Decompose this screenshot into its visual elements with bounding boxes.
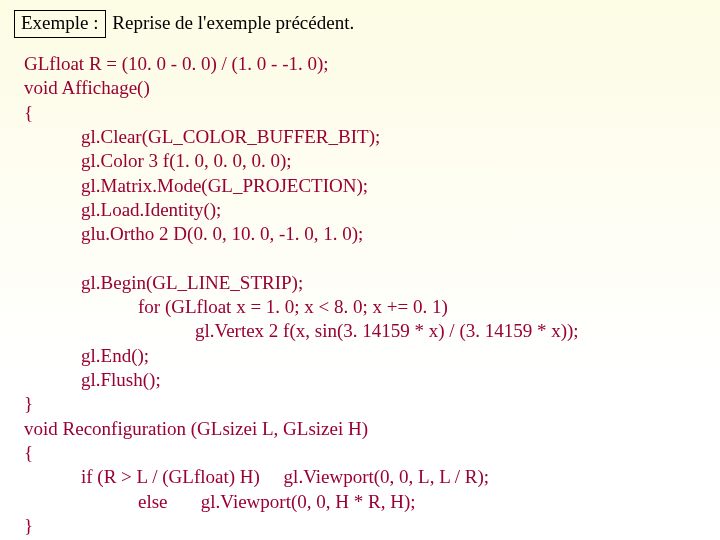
code-line: {: [24, 442, 33, 463]
code-line: void Reconfiguration (GLsizei L, GLsizei…: [24, 418, 368, 439]
code-line: for (GLfloat x = 1. 0; x < 8. 0; x += 0.…: [24, 296, 448, 317]
code-line: {: [24, 102, 33, 123]
code-line: gl.Flush();: [24, 369, 161, 390]
example-title: Reprise de l'exemple précédent.: [112, 12, 354, 33]
code-line: void Affichage(): [24, 77, 150, 98]
code-line: glu.Ortho 2 D(0. 0, 10. 0, -1. 0, 1. 0);: [24, 223, 363, 244]
code-line: if (R > L / (GLfloat) H) gl.Viewport(0, …: [24, 466, 489, 487]
code-line: gl.Vertex 2 f(x, sin(3. 14159 * x) / (3.…: [24, 320, 579, 341]
example-label-box: Exemple :: [14, 10, 106, 38]
header-row: Exemple : Reprise de l'exemple précédent…: [14, 10, 706, 38]
code-line: gl.Color 3 f(1. 0, 0. 0, 0. 0);: [24, 150, 292, 171]
code-line: gl.Matrix.Mode(GL_PROJECTION);: [24, 175, 368, 196]
code-line: else gl.Viewport(0, 0, H * R, H);: [24, 491, 416, 512]
code-block: GLfloat R = (10. 0 - 0. 0) / (1. 0 - -1.…: [14, 52, 706, 538]
code-line: gl.Begin(GL_LINE_STRIP);: [24, 272, 303, 293]
code-line: gl.Clear(GL_COLOR_BUFFER_BIT);: [24, 126, 380, 147]
code-line: gl.End();: [24, 345, 149, 366]
code-line: GLfloat R = (10. 0 - 0. 0) / (1. 0 - -1.…: [24, 53, 329, 74]
code-line: }: [24, 393, 33, 414]
slide: Exemple : Reprise de l'exemple précédent…: [0, 0, 720, 540]
code-line: gl.Load.Identity();: [24, 199, 221, 220]
code-line: }: [24, 515, 33, 536]
